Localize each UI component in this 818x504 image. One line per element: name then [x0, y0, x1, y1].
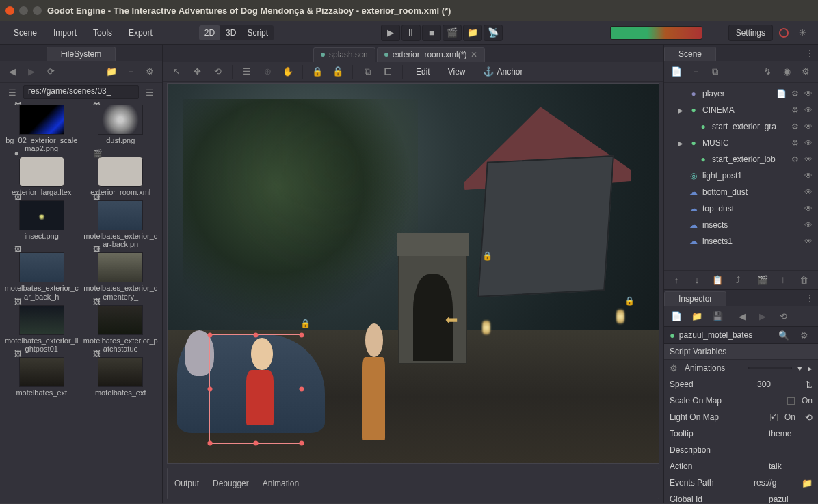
tree-node[interactable]: ▶●CINEMA⚙👁: [664, 102, 818, 118]
scene-panel-tab[interactable]: Scene: [664, 47, 716, 61]
filesystem-tab[interactable]: FileSystem: [47, 47, 116, 61]
property-value[interactable]: 300: [757, 380, 801, 389]
pivot-tool[interactable]: ⊕: [259, 64, 276, 80]
refresh-button[interactable]: ⟳: [42, 64, 59, 80]
node-action-icon[interactable]: ⚙: [789, 88, 800, 99]
property-row[interactable]: Description: [664, 442, 818, 458]
reparent-button[interactable]: ⤴: [730, 272, 746, 289]
viewport-2d[interactable]: ⬅ 🔒 🔒 🔒: [167, 83, 659, 464]
select-tool[interactable]: ↖: [168, 64, 185, 80]
duplicate-button[interactable]: 📋: [709, 272, 726, 289]
menu-scene[interactable]: Scene: [7, 25, 44, 41]
tab-close-icon[interactable]: ✕: [471, 50, 477, 59]
node-action-icon[interactable]: ⚙: [789, 154, 800, 165]
multi-edit-button[interactable]: 🎬: [754, 272, 771, 289]
chevron-down-icon[interactable]: ▾: [797, 364, 802, 373]
menu-export[interactable]: Export: [122, 25, 159, 41]
property-value[interactable]: res://g: [754, 478, 797, 488]
node-action-icon[interactable]: 👁: [803, 88, 814, 99]
property-row[interactable]: Tooltiptheme_: [664, 425, 818, 442]
viewport-edit-menu[interactable]: Edit: [409, 64, 437, 80]
scene-tab[interactable]: splash.scn: [313, 47, 375, 62]
connect-button[interactable]: ↯: [759, 64, 776, 80]
move-down-button[interactable]: ↓: [689, 272, 705, 289]
selection-handle[interactable]: [254, 332, 259, 337]
selection-handle[interactable]: [208, 386, 213, 391]
node-action-icon[interactable]: 👁: [803, 121, 814, 132]
viewport-view-menu[interactable]: View: [441, 64, 473, 80]
node-action-icon[interactable]: 👁: [803, 105, 814, 116]
groups-button[interactable]: ◉: [778, 64, 795, 80]
expand-icon[interactable]: ▶: [678, 140, 685, 147]
selection-handle[interactable]: [208, 441, 213, 446]
node-action-icon[interactable]: ⚙: [789, 121, 800, 132]
selection-handle[interactable]: [254, 441, 259, 446]
file-grid[interactable]: 🖼bg_02_exterior_scalemap2.png🖼dust.png●e…: [0, 102, 162, 503]
menu-tools[interactable]: Tools: [86, 25, 119, 41]
new-button[interactable]: ＋: [122, 64, 139, 80]
mode-script-button[interactable]: Script: [241, 25, 274, 40]
file-item[interactable]: ●exterior_larga.ltex: [3, 155, 81, 198]
play-custom-button[interactable]: 📁: [463, 25, 482, 41]
fs-settings-button[interactable]: ⚙: [142, 64, 158, 80]
selection-handle[interactable]: [300, 332, 304, 337]
inspector-section-header[interactable]: Script Variables: [664, 344, 818, 360]
property-row[interactable]: Speed300⇅: [664, 376, 818, 393]
tree-node[interactable]: ●start_exterior_gra⚙👁: [664, 118, 818, 135]
insp-save-button[interactable]: 💾: [709, 308, 726, 324]
node-action-icon[interactable]: ⚙: [789, 137, 800, 148]
file-item[interactable]: 🖼motelbates_ext: [82, 356, 160, 398]
insp-search-button[interactable]: 🔍: [776, 327, 792, 343]
path-home-button[interactable]: ☰: [4, 84, 21, 101]
node-action-icon[interactable]: 📄: [776, 88, 787, 99]
ungroup-tool[interactable]: ⧠: [380, 64, 396, 80]
property-row[interactable]: Actiontalk: [664, 458, 818, 475]
reset-icon[interactable]: ⟲: [805, 413, 813, 422]
merge-button[interactable]: ⫴: [775, 272, 791, 289]
tree-node[interactable]: ●start_exterior_lob⚙👁: [664, 151, 818, 168]
node-action-icon[interactable]: 👁: [803, 203, 814, 214]
node-action-icon[interactable]: ⚙: [789, 105, 800, 116]
window-minimize-icon[interactable]: [19, 6, 28, 15]
checkbox[interactable]: [770, 414, 778, 421]
property-row[interactable]: ⚙Animations▾▸: [664, 360, 818, 376]
pause-button[interactable]: ⏸: [401, 25, 421, 41]
menu-import[interactable]: Import: [47, 25, 83, 41]
insp-settings-button[interactable]: ⚙: [796, 327, 813, 343]
node-action-icon[interactable]: 👁: [803, 137, 814, 148]
group-tool[interactable]: ⧉: [359, 64, 375, 80]
file-item[interactable]: 🖼motelbates_ext: [3, 356, 81, 398]
list-select-tool[interactable]: ☰: [239, 64, 255, 80]
node-action-icon[interactable]: 👁: [803, 236, 814, 247]
tree-node[interactable]: ☁top_dust👁: [664, 200, 818, 217]
tree-node[interactable]: ☁bottom_dust👁: [664, 184, 818, 200]
node-action-icon[interactable]: 👁: [803, 154, 814, 165]
file-item[interactable]: 🖼motelbates_exterior_car_back_h: [3, 251, 81, 302]
remote-debug-button[interactable]: 📡: [484, 25, 503, 41]
delete-node-button[interactable]: 🗑: [795, 272, 812, 289]
node-action-icon[interactable]: 👁: [803, 187, 814, 198]
window-maximize-icon[interactable]: [33, 6, 42, 15]
settings-button[interactable]: Settings: [728, 25, 773, 41]
property-value[interactable]: talk: [769, 462, 813, 471]
nav-forward-button[interactable]: ▶: [23, 64, 40, 80]
file-item[interactable]: 🖼motelbates_exterior_cementery_: [82, 251, 160, 302]
selection-handle[interactable]: [208, 332, 213, 337]
file-item[interactable]: 🎬exterior_room.xml: [82, 155, 160, 198]
window-close-icon[interactable]: [5, 6, 14, 15]
path-input[interactable]: res://game/scenes/03_: [23, 85, 139, 99]
insp-back-button[interactable]: ◀: [734, 308, 750, 324]
file-item[interactable]: 🖼bg_02_exterior_scalemap2.png: [3, 103, 81, 154]
error-indicator-icon[interactable]: [776, 25, 792, 41]
file-item[interactable]: 🖼dust.png: [82, 103, 160, 154]
property-value[interactable]: theme_: [769, 429, 813, 438]
move-tool[interactable]: ✥: [189, 64, 205, 80]
play-scene-button[interactable]: 🎬: [443, 25, 462, 41]
property-value[interactable]: pazul: [769, 494, 813, 503]
tree-node[interactable]: ☁insects👁: [664, 217, 818, 233]
checkbox[interactable]: [787, 397, 795, 405]
selection-handle[interactable]: [300, 386, 304, 391]
selection-handle[interactable]: [300, 441, 304, 446]
property-value[interactable]: [748, 367, 792, 369]
mode-3d-button[interactable]: 3D: [220, 25, 241, 40]
